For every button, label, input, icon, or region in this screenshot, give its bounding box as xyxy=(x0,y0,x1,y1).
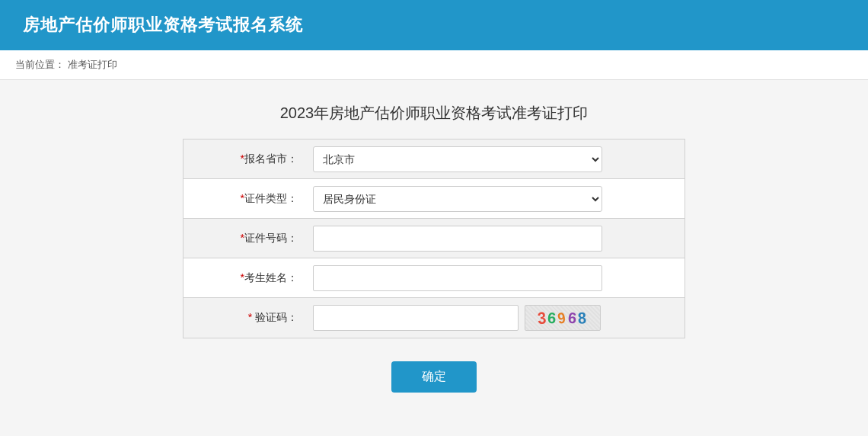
name-field xyxy=(305,259,685,297)
captcha-input[interactable] xyxy=(313,305,519,331)
id-number-label: *证件号码： xyxy=(183,232,305,245)
id-number-field xyxy=(305,220,685,258)
province-row: *报名省市： 北京市 上海市 广东省 浙江省 xyxy=(183,139,685,179)
id-type-label-text: 证件类型： xyxy=(244,192,298,204)
main-content: 2023年房地产估价师职业资格考试准考证打印 *报名省市： 北京市 上海市 广东… xyxy=(0,80,868,415)
app-header: 房地产估价师职业资格考试报名系统 xyxy=(0,0,868,50)
captcha-label-text: 验证码： xyxy=(252,311,298,323)
id-type-label: *证件类型： xyxy=(183,192,305,206)
app-title: 房地产估价师职业资格考试报名系统 xyxy=(23,15,303,34)
breadcrumb-bar: 当前位置： 准考证打印 xyxy=(0,50,868,80)
name-label-text: 考生姓名： xyxy=(244,271,298,284)
id-number-label-text: 证件号码： xyxy=(244,232,298,244)
breadcrumb-current: 准考证打印 xyxy=(68,59,117,70)
id-type-field: 居民身份证 护照 军官证 xyxy=(305,180,685,218)
province-select[interactable]: 北京市 上海市 广东省 浙江省 xyxy=(313,146,602,172)
captcha-field: 3 6 9 6 8 xyxy=(305,299,685,337)
page-title: 2023年房地产估价师职业资格考试准考证打印 xyxy=(280,103,589,123)
province-label-text: 报名省市： xyxy=(244,152,298,165)
name-input[interactable] xyxy=(313,265,602,291)
province-field: 北京市 上海市 广东省 浙江省 xyxy=(305,140,685,178)
id-number-row: *证件号码： xyxy=(183,219,685,258)
submit-area: 确定 xyxy=(391,361,477,393)
captcha-char-4: 6 xyxy=(567,309,579,327)
province-label: *报名省市： xyxy=(183,152,305,166)
captcha-row: * 验证码： 3 6 9 6 8 xyxy=(183,298,685,338)
submit-button[interactable]: 确定 xyxy=(391,361,477,393)
id-type-select[interactable]: 居民身份证 护照 军官证 xyxy=(313,186,602,212)
form-container: *报名省市： 北京市 上海市 广东省 浙江省 *证件类型： 居民身份证 护照 xyxy=(183,139,685,338)
name-label: *考生姓名： xyxy=(183,271,305,285)
name-row: *考生姓名： xyxy=(183,258,685,298)
captcha-image[interactable]: 3 6 9 6 8 xyxy=(525,305,601,331)
captcha-wrapper: 3 6 9 6 8 xyxy=(313,305,677,331)
captcha-label: * 验证码： xyxy=(183,311,305,325)
id-type-row: *证件类型： 居民身份证 护照 军官证 xyxy=(183,179,685,219)
id-number-input[interactable] xyxy=(313,226,602,252)
captcha-char-5: 8 xyxy=(577,309,588,328)
breadcrumb-label: 当前位置： xyxy=(15,59,65,70)
